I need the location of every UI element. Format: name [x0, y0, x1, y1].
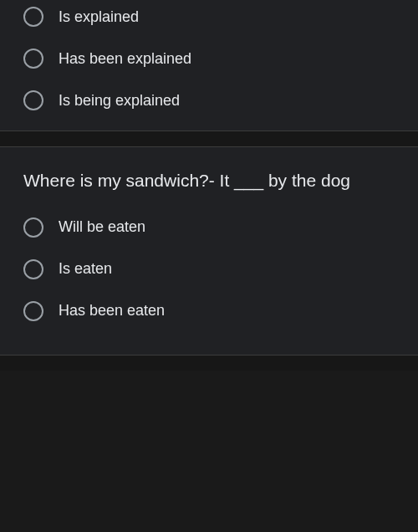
radio-icon	[23, 259, 43, 279]
radio-icon	[23, 301, 43, 321]
option-item[interactable]: Will be eaten	[23, 217, 395, 238]
radio-icon	[23, 49, 43, 69]
option-label: Is explained	[59, 8, 139, 26]
question-prompt: Where is my sandwich?- It ___ by the dog	[23, 167, 395, 194]
radio-icon	[23, 217, 43, 238]
option-label: Has been explained	[59, 50, 191, 68]
option-item[interactable]: Is explained	[23, 7, 395, 27]
question-card: Is explained Has been explained Is being…	[0, 0, 418, 131]
options-group: Is explained Has been explained Is being…	[23, 7, 395, 110]
option-item[interactable]: Has been eaten	[23, 301, 395, 321]
radio-icon	[23, 7, 43, 27]
option-label: Is eaten	[59, 260, 112, 278]
radio-icon	[23, 90, 43, 110]
option-item[interactable]: Is eaten	[23, 259, 395, 279]
option-item[interactable]: Has been explained	[23, 49, 395, 69]
card-divider	[0, 131, 418, 146]
option-label: Has been eaten	[59, 302, 165, 320]
options-group: Will be eaten Is eaten Has been eaten	[23, 217, 395, 321]
option-item[interactable]: Is being explained	[23, 90, 395, 110]
option-label: Will be eaten	[59, 218, 145, 236]
card-divider	[0, 356, 418, 371]
option-label: Is being explained	[59, 92, 180, 110]
question-card: Where is my sandwich?- It ___ by the dog…	[0, 146, 418, 356]
